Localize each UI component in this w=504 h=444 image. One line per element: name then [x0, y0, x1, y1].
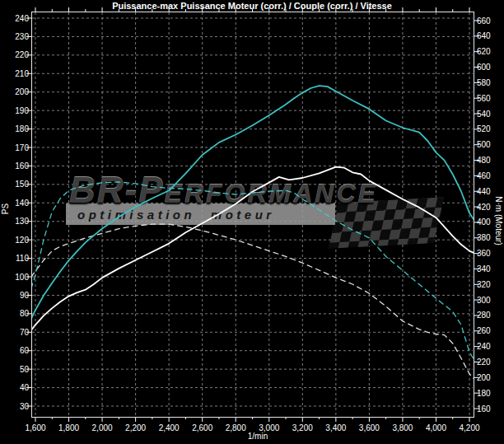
svg-text:420: 420 — [477, 203, 491, 212]
svg-text:300: 300 — [477, 296, 491, 305]
svg-text:2,400: 2,400 — [159, 423, 180, 432]
svg-text:660: 660 — [477, 16, 491, 26]
svg-text:70: 70 — [20, 328, 30, 337]
svg-text:520: 520 — [477, 124, 491, 133]
svg-text:280: 280 — [477, 311, 491, 320]
svg-text:240: 240 — [477, 342, 491, 351]
svg-text:130: 130 — [15, 217, 29, 226]
svg-text:60: 60 — [20, 346, 30, 355]
watermark-brand-prefix: BR-P — [69, 170, 165, 211]
svg-text:1,800: 1,800 — [58, 423, 79, 432]
svg-text:2,000: 2,000 — [92, 423, 113, 432]
svg-text:460: 460 — [477, 171, 491, 180]
svg-text:220: 220 — [15, 50, 29, 59]
svg-text:560: 560 — [477, 94, 491, 103]
svg-text:4,000: 4,000 — [426, 423, 446, 432]
svg-text:230: 230 — [15, 32, 29, 41]
svg-text:480: 480 — [477, 156, 491, 165]
svg-text:1,600: 1,600 — [25, 423, 45, 432]
svg-text:540: 540 — [477, 110, 491, 119]
svg-text:90: 90 — [20, 291, 30, 300]
svg-text:200: 200 — [477, 373, 491, 382]
svg-text:80: 80 — [20, 309, 30, 318]
watermark-brand-suffix: ERFORMANCE — [165, 179, 378, 209]
svg-text:3,800: 3,800 — [392, 423, 413, 432]
svg-text:240: 240 — [15, 14, 29, 23]
svg-text:380: 380 — [477, 233, 491, 242]
svg-text:30: 30 — [20, 402, 30, 411]
svg-text:580: 580 — [477, 78, 491, 87]
right-axis-unit-label: N·m (Moteur) — [494, 196, 503, 245]
chart-title: Puissance-max Puissance Moteur (corr.) /… — [0, 1, 504, 11]
svg-text:140: 140 — [15, 199, 29, 208]
svg-text:3,400: 3,400 — [325, 423, 346, 432]
svg-text:190: 190 — [15, 106, 29, 115]
svg-text:220: 220 — [477, 358, 491, 367]
svg-text:4,200: 4,200 — [459, 423, 479, 432]
svg-text:160: 160 — [15, 161, 29, 171]
svg-text:110: 110 — [16, 254, 29, 263]
svg-text:170: 170 — [15, 143, 29, 152]
svg-text:180: 180 — [477, 389, 491, 398]
svg-text:360: 360 — [477, 249, 491, 258]
svg-text:440: 440 — [477, 187, 491, 196]
svg-text:500: 500 — [477, 140, 491, 149]
svg-text:150: 150 — [15, 180, 29, 189]
svg-text:100: 100 — [15, 273, 29, 282]
svg-text:200: 200 — [15, 87, 29, 96]
svg-text:260: 260 — [477, 326, 491, 335]
svg-text:3,600: 3,600 — [359, 423, 380, 432]
left-axis-unit-label: PS — [1, 189, 10, 229]
svg-text:640: 640 — [477, 31, 491, 40]
svg-text:210: 210 — [15, 69, 29, 78]
svg-text:40: 40 — [20, 383, 30, 392]
svg-text:320: 320 — [477, 280, 491, 289]
svg-text:620: 620 — [477, 47, 491, 56]
svg-text:2,200: 2,200 — [125, 423, 146, 432]
svg-text:180: 180 — [15, 124, 29, 133]
x-axis-unit-label: 1/min — [233, 432, 282, 441]
svg-text:2,600: 2,600 — [192, 423, 212, 432]
svg-text:3,200: 3,200 — [292, 423, 313, 432]
svg-text:600: 600 — [477, 63, 491, 72]
svg-text:50: 50 — [20, 365, 30, 374]
dyno-chart-window: Puissance-max Puissance Moteur (corr.) /… — [0, 0, 504, 444]
svg-text:400: 400 — [477, 217, 491, 227]
svg-text:120: 120 — [15, 236, 29, 245]
watermark-brand: BR-PERFORMANCE — [69, 170, 456, 211]
svg-text:160: 160 — [477, 404, 491, 414]
svg-text:340: 340 — [477, 264, 491, 273]
